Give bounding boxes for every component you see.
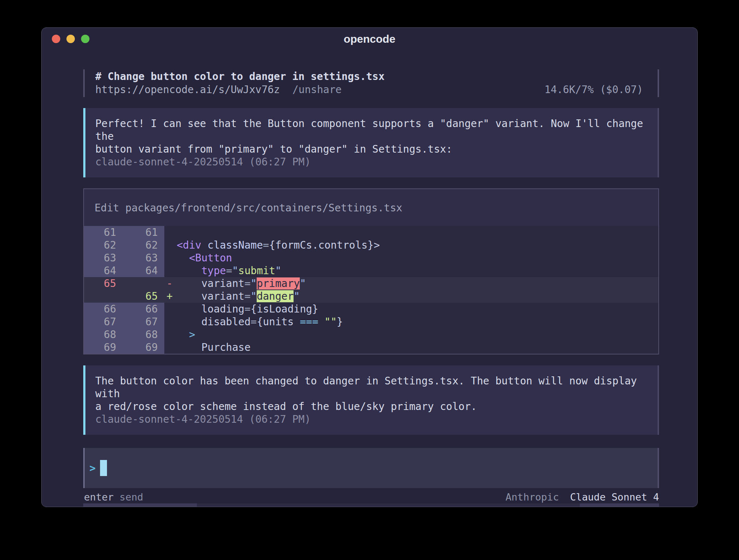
status-bar: opencode v0.3.11 ~/Desktop/Projects/demo…	[83, 503, 659, 507]
prompt-symbol: >	[89, 462, 96, 474]
line-number-old: 64	[84, 264, 123, 277]
code-line: >	[177, 328, 195, 341]
code-line: <Button	[177, 252, 232, 264]
share-url[interactable]: https://opencode.ai/s/UwJxv76z	[95, 83, 280, 96]
app-window: opencode # Change button color to danger…	[41, 27, 698, 507]
session-header-right-bar	[658, 69, 659, 97]
line-number-new: 62	[123, 239, 164, 252]
line-number-old: 62	[84, 239, 123, 252]
diff-marker	[164, 328, 177, 341]
code-line: variant="primary"	[177, 277, 306, 290]
code-line: Purchase	[177, 341, 250, 354]
line-number-new: 63	[123, 252, 164, 264]
diff-marker	[164, 303, 177, 315]
app-name-bold: code	[117, 507, 140, 507]
diff-row: 6767 disabled={units === ""}	[84, 315, 658, 328]
hints-row: enter send Anthropic Claude Sonnet 4	[83, 491, 659, 503]
model-indicator: Anthropic Claude Sonnet 4	[506, 491, 659, 503]
diff-marker	[164, 252, 177, 264]
line-number-new	[123, 277, 164, 290]
code-line: <div className={formCs.controls}>	[177, 239, 380, 252]
working-directory: ~/Desktop/Projects/demo-notes-app	[208, 503, 397, 507]
diff-row: 6464 type="submit"	[84, 264, 658, 277]
diff-marker: +	[164, 290, 177, 303]
edit-tool-card: Edit packages/frontend/src/containers/Se…	[83, 188, 659, 354]
message-text-line: a red/rose color scheme instead of the b…	[95, 400, 647, 413]
message-text-line: The button color has been changed to dan…	[95, 375, 647, 400]
hint-enter-action: send	[119, 491, 143, 503]
diff-marker: -	[164, 277, 177, 290]
diff-row: 6969 Purchase	[84, 341, 658, 354]
tab-key-hint: tab	[547, 503, 564, 507]
diff-row: 65+ variant="danger"	[84, 290, 658, 303]
line-number-new: 69	[123, 341, 164, 354]
model-provider: Anthropic	[506, 491, 559, 503]
app-version-chip: opencode v0.3.11	[83, 503, 197, 507]
message-meta: claude-sonnet-4-20250514 (06:27 PM)	[95, 156, 647, 168]
mode-label-rest: MODE	[625, 507, 648, 507]
line-number-old: 66	[84, 303, 123, 315]
line-number-old: 69	[84, 341, 123, 354]
line-number-new: 66	[123, 303, 164, 315]
diff-row: 6363 <Button	[84, 252, 658, 264]
diff-marker	[164, 264, 177, 277]
session-title: # Change button color to danger in setti…	[95, 70, 658, 83]
edit-tool-title: Edit packages/frontend/src/containers/Se…	[84, 189, 658, 226]
assistant-message: Perfect! I can see that the Button compo…	[83, 108, 659, 177]
diff-row: 65- variant="primary"	[84, 277, 658, 290]
hint-enter-key: enter	[84, 491, 114, 503]
titlebar: opencode	[42, 28, 697, 49]
code-line: disabled={units === ""}	[177, 315, 343, 328]
model-name: Claude Sonnet 4	[570, 491, 659, 503]
diff-row: 6262<div className={formCs.controls}>	[84, 239, 658, 252]
message-meta: claude-sonnet-4-20250514 (06:27 PM)	[95, 413, 647, 426]
assistant-message: The button color has been changed to dan…	[83, 365, 659, 435]
context-usage: 14.6K/7% ($0.07)	[544, 83, 658, 96]
message-text-line: button variant from "primary" to "danger…	[95, 143, 647, 156]
diff-marker	[164, 239, 177, 252]
message-text-line: Perfect! I can see that the Button compo…	[95, 117, 647, 143]
line-number-new: 68	[123, 328, 164, 341]
line-number-old: 65	[84, 277, 123, 290]
diff-marker	[164, 315, 177, 328]
line-number-old: 63	[84, 252, 123, 264]
window-title: opencode	[42, 33, 697, 45]
text-cursor	[100, 460, 107, 476]
line-number-old: 68	[84, 328, 123, 341]
app-name: open	[94, 507, 117, 507]
unshare-command[interactable]: /unshare	[292, 83, 342, 96]
line-number-new: 64	[123, 264, 164, 277]
session-header: # Change button color to danger in setti…	[83, 69, 659, 97]
code-line: variant="danger"	[177, 290, 300, 303]
line-number-new: 65	[123, 290, 164, 303]
mode-label-bold: BUILD	[591, 507, 619, 507]
line-number-old: 67	[84, 315, 123, 328]
diff-rows: 61616262<div className={formCs.controls}…	[84, 226, 658, 354]
diff-marker	[164, 226, 177, 239]
mode-badge[interactable]: BUILD MODE	[580, 503, 659, 507]
code-line: loading={isLoading}	[177, 303, 318, 315]
diff-row: 6868 >	[84, 328, 658, 341]
line-number-new: 67	[123, 315, 164, 328]
line-number-old: 61	[84, 226, 123, 239]
diff-row: 6161	[84, 226, 658, 239]
line-number-new: 61	[123, 226, 164, 239]
code-line: type="submit"	[177, 264, 282, 277]
prompt-input[interactable]: >	[83, 448, 659, 488]
diff-row: 6666 loading={isLoading}	[84, 303, 658, 315]
line-number-old	[84, 290, 123, 303]
diff-marker	[164, 341, 177, 354]
app-version: v0.3.11	[146, 507, 186, 507]
